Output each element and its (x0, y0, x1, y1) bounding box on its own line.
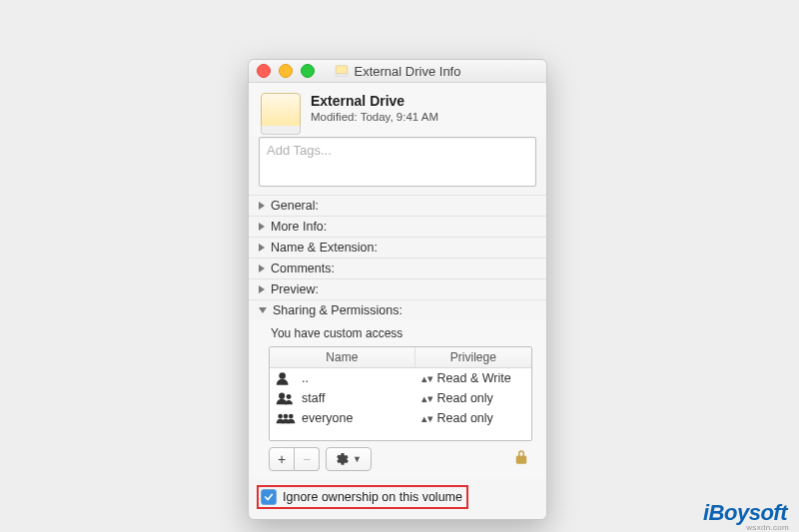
info-window: External Drive Info External Drive Modif… (248, 59, 547, 520)
info-header: External Drive Modified: Today, 9:41 AM (249, 83, 546, 137)
disclosure-triangle-icon (259, 307, 267, 313)
stepper-icon[interactable]: ▴▾ (421, 393, 433, 404)
privilege-value: Read only (437, 411, 493, 425)
stepper-icon[interactable]: ▴▾ (421, 373, 433, 384)
table-row[interactable]: .. ▴▾ Read & Write (270, 368, 531, 388)
sharing-body: You have custom access Name Privilege .. (249, 320, 546, 479)
close-button[interactable] (257, 64, 271, 78)
section-preview[interactable]: Preview: (249, 278, 546, 299)
section-label: Comments: (271, 262, 335, 275)
section-general[interactable]: General: (249, 195, 546, 216)
window-title: External Drive Info (355, 64, 461, 79)
disclosure-triangle-icon (259, 244, 265, 252)
section-label: Sharing & Permissions: (273, 303, 402, 317)
window-controls (249, 64, 315, 78)
stepper-icon[interactable]: ▴▾ (421, 413, 433, 424)
ignore-ownership-row[interactable]: Ignore ownership on this volume (257, 485, 468, 509)
user-name: everyone (302, 411, 353, 425)
disclosure-triangle-icon (259, 223, 265, 231)
gear-icon (336, 452, 350, 466)
table-row[interactable]: everyone ▴▾ Read only (270, 408, 531, 428)
privilege-value: Read & Write (437, 371, 511, 385)
titlebar: External Drive Info (249, 60, 546, 83)
user-name: staff (302, 391, 325, 405)
chevron-down-icon: ▼ (353, 454, 362, 464)
disclosure-triangle-icon (259, 265, 265, 272)
svg-point-3 (279, 393, 285, 399)
gear-menu-button[interactable]: ▼ (326, 447, 372, 471)
section-label: More Info: (271, 220, 327, 234)
svg-point-7 (289, 414, 294, 419)
svg-point-5 (278, 414, 283, 419)
disclosure-triangle-icon (259, 285, 265, 293)
access-text: You have custom access (271, 326, 532, 340)
permissions-table: Name Privilege .. ▴▾ Read & Write (269, 346, 532, 441)
svg-point-2 (279, 372, 286, 379)
svg-point-6 (284, 414, 289, 419)
watermark-domain: wsxdn.com (746, 523, 789, 532)
section-sharing-permissions[interactable]: Sharing & Permissions: (249, 299, 546, 320)
svg-rect-0 (336, 66, 348, 74)
section-label: Preview: (271, 282, 319, 296)
drive-large-icon (261, 93, 301, 129)
tags-input[interactable]: Add Tags... (259, 137, 536, 187)
remove-button[interactable]: − (295, 447, 320, 471)
column-name[interactable]: Name (270, 347, 415, 367)
group-icon (276, 391, 296, 405)
section-label: Name & Extension: (271, 241, 378, 255)
check-icon (264, 492, 274, 502)
minimize-button[interactable] (279, 64, 293, 78)
zoom-button[interactable] (301, 64, 315, 78)
section-name-extension[interactable]: Name & Extension: (249, 237, 546, 258)
svg-rect-1 (336, 74, 348, 76)
user-icon (276, 371, 296, 385)
section-label: General: (271, 199, 319, 213)
drive-icon (335, 65, 349, 77)
svg-point-4 (287, 394, 292, 399)
drive-name: External Drive (311, 93, 438, 109)
privilege-value: Read only (437, 391, 493, 405)
drive-modified: Modified: Today, 9:41 AM (311, 111, 438, 123)
disclosure-triangle-icon (259, 202, 265, 210)
user-name: .. (302, 371, 309, 385)
add-button[interactable]: + (269, 447, 295, 471)
section-comments[interactable]: Comments: (249, 258, 546, 278)
ignore-ownership-label: Ignore ownership on this volume (283, 490, 462, 504)
action-bar: + − ▼ (269, 447, 532, 471)
table-header: Name Privilege (270, 347, 531, 368)
everyone-icon (276, 411, 296, 425)
ignore-ownership-checkbox[interactable] (261, 489, 277, 505)
lock-icon[interactable] (512, 448, 530, 466)
table-row[interactable]: staff ▴▾ Read only (270, 388, 531, 408)
column-privilege[interactable]: Privilege (415, 347, 531, 367)
section-more-info[interactable]: More Info: (249, 216, 546, 237)
